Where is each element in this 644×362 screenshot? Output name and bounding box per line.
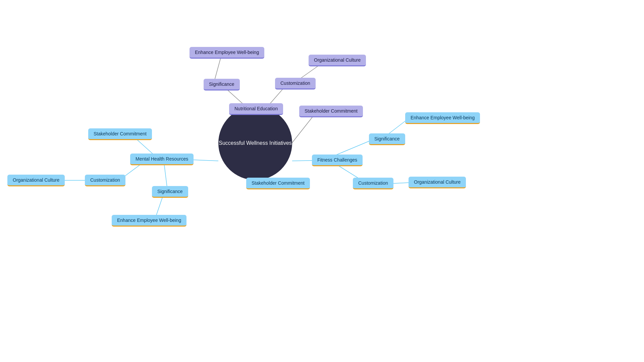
node-stakeholder-right-purple[interactable]: Stakeholder Commitment [299,106,363,117]
node-customization-right[interactable]: Customization [353,178,393,189]
node-customization-top[interactable]: Customization [275,78,316,89]
node-fitness-challenges[interactable]: Fitness Challenges [312,155,363,166]
node-nutritional-education[interactable]: Nutritional Education [229,103,283,115]
node-org-culture-right[interactable]: Organizational Culture [409,177,466,188]
node-significance-right[interactable]: Significance [369,133,405,145]
node-stakeholder-bottom[interactable]: Stakeholder Commitment [246,178,310,189]
node-org-culture-top[interactable]: Organizational Culture [309,55,366,66]
node-enhance-left[interactable]: Enhance Employee Well-being [112,215,186,227]
node-stakeholder-left[interactable]: Stakeholder Commitment [88,128,152,140]
node-enhance-right[interactable]: Enhance Employee Well-being [405,112,480,124]
center-label: Successful Wellness Initiatives [219,140,292,146]
node-customization-left[interactable]: Customization [85,175,125,186]
svg-line-2 [215,55,221,80]
node-significance-top[interactable]: Significance [204,79,240,90]
svg-line-14 [335,139,374,155]
node-mental-health[interactable]: Mental Health Resources [130,154,194,165]
node-enhance-top[interactable]: Enhance Employee Well-being [190,47,264,59]
center-node: Successful Wellness Initiatives [218,106,292,180]
node-org-culture-left[interactable]: Organizational Culture [7,175,65,186]
node-significance-left[interactable]: Significance [152,186,188,198]
